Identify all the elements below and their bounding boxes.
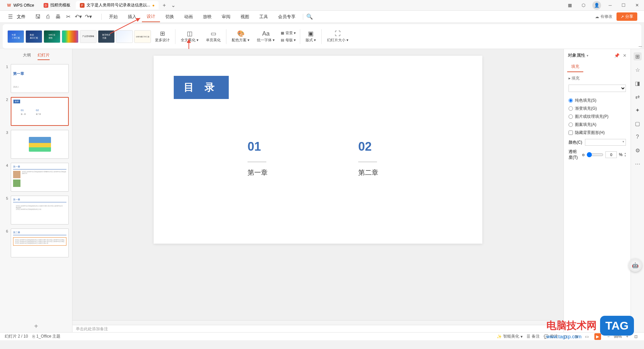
tab-dropdown[interactable]: ⌄ [168,1,178,10]
theme-thumb-4[interactable] [62,30,78,43]
grid-icon[interactable]: ▦ [566,1,574,10]
menu-review[interactable]: 审阅 [217,12,235,22]
tool-transform-icon[interactable]: ⇄ [634,93,642,101]
slide-thumb-5[interactable]: 第一章 文字是人类用符号记录表达信息以传之久远的方式和工具文字是人类用符号记录表… [11,196,69,225]
theme-thumb-8[interactable]: 业务沟通工作汇报 [134,30,151,43]
transparency-value[interactable] [605,151,617,158]
menu-member[interactable]: 会员专享 [273,12,300,22]
theme-thumb-5[interactable]: 产品营销策略 [80,30,97,43]
radio-gradient-fill[interactable]: 渐变填充(G) [569,106,626,111]
radio-solid-fill[interactable]: 纯色填充(S) [569,98,626,103]
tab-add-button[interactable]: + [160,1,168,10]
fill-dropdown[interactable] [569,85,626,92]
tool-properties-icon[interactable]: ⊞ [634,52,642,60]
checkbox-input[interactable] [569,131,573,135]
theme-thumb-2[interactable]: 数据展示汇报 [25,30,42,43]
close-icon[interactable]: ✕ [623,53,627,58]
menu-tools[interactable]: 工具 [255,12,273,22]
cloud-status[interactable]: ☁ 有修改 [595,14,612,19]
radio-pattern-fill[interactable]: 图案填充(A) [569,122,626,128]
canvas-scroll[interactable]: 目 录 01 第一章 02 第二章 [72,49,564,320]
cube-icon[interactable]: ⬡ [579,1,588,10]
theme-thumb-6[interactable]: 数字经济主题 [98,30,115,43]
ribbon-unify-font[interactable]: Aa 统一字体 ▾ [254,29,278,44]
print-icon[interactable]: ⎙ [44,13,52,20]
print-preview-icon[interactable]: 🖶 [54,13,62,20]
ai-beautify-button[interactable]: ✨ 智能美化 ▾ [497,334,523,339]
tool-star-icon[interactable]: ☆ [634,66,642,74]
cut-icon[interactable]: ✂ [64,13,72,20]
tool-settings-icon[interactable]: ⚙ [634,146,642,154]
menubar: ☰ 文件 🖫 ⎙ 🖶 ✂ ↶▾ ↷▾ 开始 插入 设计 切换 动画 放映 审阅 … [0,11,644,23]
theme-thumb-3[interactable]: VR行业报告 [44,30,60,43]
tool-effects-icon[interactable]: ✦ [634,106,642,114]
ribbon-slide-size[interactable]: ⛶ 幻灯片大小 ▾ [324,29,352,44]
menu-design[interactable]: 设计 [142,11,160,22]
tab-wps-office[interactable]: W WPS Office [3,2,38,9]
add-slide-button[interactable]: + [0,320,72,332]
redo-icon[interactable]: ↷▾ [85,13,92,20]
menu-view[interactable]: 视图 [236,12,254,22]
panel-tab-outline[interactable]: 大纲 [23,52,31,60]
ribbon-background[interactable]: ▦ 背景 ▾ [279,30,298,36]
radio-input[interactable] [569,114,573,119]
notes-toggle[interactable]: ☰ 备注 [527,334,540,339]
ribbon-color-scheme[interactable]: 🎨 配色方案 ▾ [228,29,253,44]
radio-input[interactable] [569,106,573,111]
prop-tab-fill[interactable]: 填充 [567,62,583,72]
slide-canvas[interactable]: 目 录 01 第一章 02 第二章 [154,56,482,244]
maximize-button[interactable]: ☐ [619,1,628,10]
tool-tablet-icon[interactable]: ▢ [634,119,642,128]
radio-picture-fill[interactable]: 图片或纹理填充(P) [569,114,626,119]
undo-icon[interactable]: ↶▾ [74,13,82,20]
ribbon-more-designs[interactable]: ⊞ 更多设计 [152,29,173,44]
tool-help-icon[interactable]: ? [634,133,642,141]
share-button[interactable]: ↗ 分享 [616,12,637,21]
tool-more-icon[interactable]: ⋯ [634,160,642,168]
transparency-slider[interactable] [587,152,603,157]
user-avatar[interactable]: 👤 [592,1,601,10]
chevron-down-icon[interactable]: ▾ [587,54,588,57]
slide-thumb-4[interactable]: 第一章 文字是人类用符号记录表达信息的方式和载体文字是人类用符号记录表达信息的方… [11,163,69,192]
menu-slideshow[interactable]: 放映 [198,12,216,22]
ribbon-master[interactable]: ▤ 母版 ▾ [279,37,298,43]
theme-thumb-1[interactable]: 年度工作汇报 [7,30,24,43]
tool-layers-icon[interactable]: ◨ [634,79,642,87]
ribbon-beautify-all[interactable]: ◫ 全文美化 ▾ [177,29,202,44]
menu-start[interactable]: 开始 [104,12,122,22]
stepper-icon[interactable]: ▴▾ [625,152,626,157]
toc-item-2[interactable]: 02 第二章 [358,140,378,177]
search-icon[interactable]: 🔍 [306,13,313,20]
slide-thumb-2[interactable]: 目录 01第一章 02第二章 [11,97,69,126]
color-picker[interactable]: ▾ [585,139,626,146]
horizontal-scrollbar[interactable] [72,320,564,325]
save-icon[interactable]: 🖫 [34,13,42,20]
hamburger-icon[interactable]: ☰ [7,13,14,20]
menu-animation[interactable]: 动画 [179,12,198,22]
close-button[interactable]: ✕ [633,1,641,10]
fill-section-title[interactable]: ▸ 填充 [569,76,626,81]
menu-transition[interactable]: 切换 [161,12,179,22]
toc-item-1[interactable]: 01 第一章 [248,140,268,177]
tab-document[interactable]: P 文字是人类用符号记录表达信息以... ● [76,1,159,9]
toc-title[interactable]: 目 录 [174,76,229,99]
theme-thumb-7[interactable] [116,30,133,43]
slide-thumb-3[interactable] [11,130,69,159]
radio-input[interactable] [569,98,573,103]
slide-thumb-6[interactable]: 第二章 文字是人类用符号记录表达信息以传之久远的方式和工具文字是人类用符号记录表… [11,229,69,257]
checkbox-hide-bg[interactable]: 隐藏背景图形(H) [569,130,626,136]
radio-input[interactable] [569,122,573,127]
ribbon-layout[interactable]: ▣ 版式 ▾ [302,29,319,44]
pin-icon[interactable]: 📌 [614,53,620,58]
panel-tab-slides[interactable]: 幻灯片 [38,52,50,60]
slide-thumb-1[interactable]: 第一章 演讲人 [11,64,69,93]
theme-indicator[interactable]: ⎘ 1_Office 主题 [33,334,60,339]
ribbon-beautify-single[interactable]: ▭ 单页美化 [203,29,224,44]
collapse-ribbon-button[interactable]: ─ [639,44,642,49]
assistant-bubble[interactable]: 🤖 [629,258,642,272]
menu-insert[interactable]: 插入 [123,12,141,22]
minimize-button[interactable]: ─ [606,1,614,10]
notes-input[interactable]: 单击此处添加备注 [72,325,564,332]
file-menu[interactable]: 文件 [17,14,25,20]
tab-templates[interactable]: D 找稻壳模板 [40,1,74,9]
